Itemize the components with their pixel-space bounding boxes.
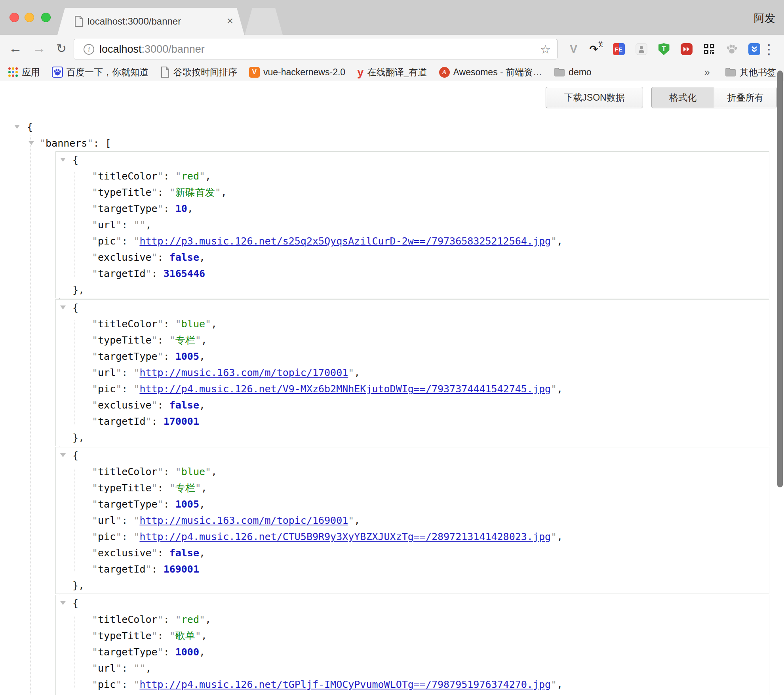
browser-menu-icon[interactable]: ⋮ — [761, 39, 777, 59]
url-text: localhost:3000/banner — [99, 43, 205, 55]
window-close-button[interactable] — [10, 13, 19, 22]
qrcode-extension-button[interactable] — [698, 38, 720, 60]
json-line: "titleColor": "red", — [56, 168, 769, 184]
shield-extension-button[interactable]: T — [653, 38, 675, 60]
vue-icon: V — [249, 67, 260, 78]
json-link[interactable]: http://p4.music.126.net/V9-MXz6b2MNhEKju… — [139, 383, 551, 395]
bookmark-item[interactable]: y在线翻译_有道 — [357, 66, 427, 78]
apps-grid-icon — [8, 67, 18, 77]
vue-devtools-icon: V — [570, 43, 577, 55]
extensions-row: V↷英FET — [562, 37, 765, 61]
collapse-triangle-icon[interactable] — [60, 601, 66, 605]
json-link[interactable]: http://p4.music.126.net/tGPljf-IMOCyPvum… — [139, 679, 551, 690]
json-link[interactable]: http://music.163.com/m/topic/169001 — [139, 515, 348, 526]
bookmark-label: 谷歌按时间排序 — [173, 66, 237, 78]
inactive-tab-stub[interactable] — [245, 8, 283, 35]
bookmarks-right: » 其他书签 — [704, 66, 776, 78]
json-line: "targetType": 1005, — [56, 348, 769, 365]
paw-icon — [726, 44, 738, 55]
json-line: { — [56, 300, 769, 316]
json-array-item-box: {"titleColor": "blue","typeTitle": "专栏",… — [55, 299, 769, 446]
json-line: }, — [56, 282, 769, 298]
video-extension-button[interactable] — [675, 38, 698, 60]
bookmark-item[interactable]: 百度一下，你就知道 — [52, 66, 148, 78]
collapse-triangle-icon[interactable] — [60, 158, 66, 162]
bookmarks-overflow-icon[interactable]: » — [704, 66, 710, 78]
json-line: "typeTitle": "专栏", — [56, 480, 769, 496]
translate-icon: ↷英 — [590, 42, 603, 56]
json-line: "pic": "http://p4.music.126.net/CTU5B9R9… — [56, 529, 769, 545]
profile-name[interactable]: 阿发 — [754, 11, 775, 25]
bookmark-label: Awesomes - 前端资… — [453, 66, 542, 78]
json-line: "pic": "http://p4.music.126.net/tGPljf-I… — [56, 676, 769, 693]
json-line: "pic": "http://p3.music.126.net/s25q2x5Q… — [56, 233, 769, 249]
json-line: }, — [56, 430, 769, 446]
json-line: "pic": "http://p4.music.126.net/V9-MXz6b… — [56, 381, 769, 397]
bookmark-label: 在线翻译_有道 — [367, 66, 427, 78]
window-zoom-button[interactable] — [41, 13, 51, 22]
reload-icon[interactable]: ↻ — [56, 41, 67, 56]
json-line: "targetType": 1005, — [56, 496, 769, 512]
bookmark-star-icon[interactable]: ☆ — [540, 42, 551, 56]
json-line: "targetId": 169001 — [56, 561, 769, 577]
toolbar: ← → ↻ i localhost:3000/banner ☆ V↷英FET ⋮ — [0, 35, 784, 63]
json-line: }, — [56, 577, 769, 594]
json-line: "exclusive": false, — [56, 693, 769, 695]
address-bar[interactable]: i localhost:3000/banner ☆ — [74, 39, 558, 59]
json-line: "targetType": 1000, — [56, 644, 769, 660]
url-path: :3000/banner — [142, 43, 205, 55]
sync-icon — [748, 43, 760, 55]
bookmark-item[interactable]: Vvue-hackernews-2.0 — [249, 67, 345, 78]
json-line: "titleColor": "blue", — [56, 464, 769, 480]
collapse-triangle-icon[interactable] — [29, 141, 34, 145]
json-line: { — [56, 152, 769, 168]
baidu-paw-icon — [52, 67, 63, 78]
shield-icon: T — [658, 43, 670, 55]
json-tree: {"banners": [{"titleColor": "red","typeT… — [0, 82, 784, 695]
person-extension-button[interactable] — [630, 38, 653, 60]
tab-strip: localhost:3000/banner × 阿发 — [0, 0, 784, 35]
json-line: "targetId": 3165446 — [56, 265, 769, 282]
json-line: "url": "http://music.163.com/m/topic/170… — [56, 365, 769, 381]
forward-icon[interactable]: → — [32, 40, 46, 56]
awesomes-icon: A — [439, 67, 450, 78]
json-line: "titleColor": "red", — [56, 611, 769, 628]
bookmark-item[interactable]: demo — [554, 67, 592, 78]
other-bookmarks-label: 其他书签 — [740, 66, 776, 78]
fe-icon: FE — [613, 43, 625, 55]
json-line: "targetType": 10, — [56, 200, 769, 217]
tab-title: localhost:3000/banner — [88, 16, 181, 27]
translate-extension-button[interactable]: ↷英 — [585, 38, 607, 60]
paw-extension-button[interactable] — [720, 38, 743, 60]
folder-icon — [725, 67, 736, 77]
json-link[interactable]: http://p4.music.126.net/CTU5B9R9y3XyYBZX… — [139, 531, 551, 542]
collapse-triangle-icon[interactable] — [60, 453, 66, 457]
page-content: 下载JSON数据 格式化 折叠所有 {"banners": [{"titleCo… — [0, 82, 784, 695]
json-line: "typeTitle": "专栏", — [56, 332, 769, 348]
json-link[interactable]: http://p3.music.126.net/s25q2x5QyqsAzilC… — [139, 235, 551, 247]
bookmark-label: 应用 — [22, 66, 40, 78]
bookmarks-bar: 应用百度一下，你就知道谷歌按时间排序Vvue-hackernews-2.0y在线… — [0, 63, 784, 81]
json-line: "exclusive": false, — [56, 397, 769, 413]
site-info-icon[interactable]: i — [84, 44, 94, 55]
collapse-triangle-icon[interactable] — [14, 125, 20, 129]
page-icon — [74, 16, 84, 27]
bookmark-item[interactable]: 应用 — [8, 66, 40, 78]
json-link[interactable]: http://music.163.com/m/topic/170001 — [139, 367, 348, 378]
json-line: "typeTitle": "歌单", — [56, 628, 769, 644]
fe-extension-button[interactable]: FE — [607, 38, 630, 60]
tab-close-icon[interactable]: × — [227, 15, 233, 27]
window-minimize-button[interactable] — [25, 13, 34, 22]
bookmark-label: vue-hackernews-2.0 — [263, 67, 345, 78]
bookmark-item[interactable]: 谷歌按时间排序 — [160, 66, 237, 78]
other-bookmarks-folder[interactable]: 其他书签 — [725, 66, 776, 78]
bookmark-item[interactable]: AAwesomes - 前端资… — [439, 66, 542, 78]
collapse-triangle-icon[interactable] — [60, 305, 66, 309]
json-line: "banners": [ — [0, 135, 784, 151]
vue-devtools-extension-button[interactable]: V — [562, 38, 585, 60]
browser-tab[interactable]: localhost:3000/banner × — [57, 8, 244, 35]
json-line: "targetId": 170001 — [56, 413, 769, 430]
qrcode-icon — [704, 44, 715, 55]
back-icon[interactable]: ← — [9, 40, 22, 56]
folder-icon — [554, 67, 565, 77]
